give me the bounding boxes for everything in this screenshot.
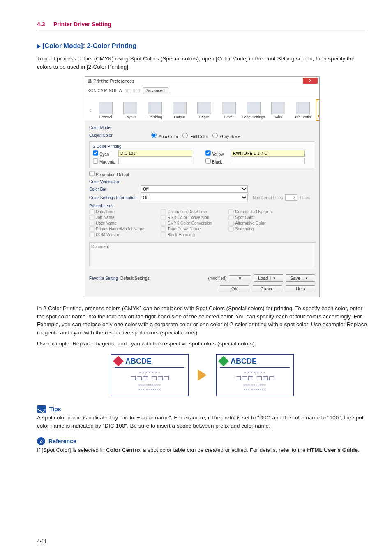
tab-tab-setting[interactable]: Tab Settin <box>291 101 315 121</box>
yellow-checkbox[interactable]: Yellow <box>205 150 228 157</box>
example-card-before: ABCDE × × × × × × × ××× ××××××× ××× ××××… <box>111 354 189 396</box>
diamond-icon <box>113 356 123 366</box>
tab-finishing[interactable]: Finishing <box>143 101 167 121</box>
tab-layout-icon <box>123 102 137 114</box>
pi-printer-model[interactable]: Printer Name/Model Name <box>89 226 144 232</box>
tips-icon <box>37 405 46 413</box>
section-header: 4.3 Printer Driver Setting <box>37 21 367 28</box>
favorite-modified: (modified) <box>208 276 226 281</box>
tab-output[interactable]: Output <box>168 101 191 121</box>
output-color-auto[interactable]: Auto Color <box>149 131 178 139</box>
output-color-label: Output Color <box>89 133 147 138</box>
pi-tone-curve[interactable]: Tone Curve Name <box>161 226 212 232</box>
black-input[interactable] <box>231 158 305 164</box>
csi-num-label: Number of Lines <box>253 196 283 200</box>
pi-black-handling[interactable]: Black Handling <box>161 232 212 237</box>
pi-screening[interactable]: Screening <box>228 226 273 232</box>
tabs-scroll-left[interactable]: ‹ <box>88 107 93 113</box>
advanced-tab[interactable]: Advanced <box>143 87 168 94</box>
help-button[interactable]: Help <box>286 285 315 292</box>
magenta-checkbox[interactable]: Magenta <box>93 158 116 164</box>
tab-general[interactable]: General <box>94 101 118 121</box>
load-button[interactable]: Load▼ <box>254 274 283 282</box>
color-mode-panel: Color Mode Output Color Auto Color Full … <box>85 121 319 271</box>
save-button[interactable]: Save▼ <box>286 274 315 282</box>
color-bar-select[interactable]: Off <box>141 185 248 193</box>
pi-alt-color[interactable]: Alternative Color <box>228 221 273 226</box>
cyan-input[interactable] <box>118 150 192 157</box>
diamond-icon <box>218 356 228 366</box>
magenta-input[interactable] <box>118 158 192 164</box>
dialog-screenshot: 🖶 Printing Preferences X KONICA MINOLTA … <box>37 76 367 297</box>
favorite-label: Favorite Setting <box>89 276 118 281</box>
use-example-paragraph: Use example: Replace magenta and cyan wi… <box>37 340 367 348</box>
tab-tabs-icon <box>271 102 285 114</box>
csi-label: Color Settings Information <box>89 196 138 200</box>
tips-label: Tips <box>49 406 61 412</box>
comment-textarea[interactable] <box>89 242 315 267</box>
reference-text: If [Spot Color] is selected in Color Cen… <box>37 446 367 454</box>
tab-cover[interactable]: Cover <box>217 101 241 121</box>
tips-text: A spot color name is indicated by "prefi… <box>37 414 367 430</box>
card-title: ABCDE <box>231 357 257 366</box>
close-button[interactable]: X <box>303 78 318 84</box>
output-color-full[interactable]: Full Color <box>180 131 208 139</box>
topic-arrow-icon <box>37 44 41 49</box>
two-color-group-label: 2-Color Printing <box>93 144 311 149</box>
cyan-checkbox[interactable]: Cyan <box>93 150 116 157</box>
tab-tabs[interactable]: Tabs <box>266 101 290 121</box>
dialog-footer: OK Cancel Help <box>85 285 319 297</box>
color-mode-label: Color Mode <box>89 125 315 130</box>
printing-preferences-dialog: 🖶 Printing Preferences X KONICA MINOLTA … <box>85 76 320 297</box>
dialog-titlebar: 🖶 Printing Preferences X <box>85 77 319 85</box>
color-bar-label: Color Bar <box>89 187 138 191</box>
pi-job-name[interactable]: Job Name <box>89 215 144 220</box>
pi-composite-overprint[interactable]: Composite Overprint <box>228 209 273 214</box>
tab-page-settings[interactable]: Page Settings <box>242 101 265 121</box>
pi-rom-version[interactable]: ROM Version <box>89 232 144 237</box>
tab-paper[interactable]: Paper <box>192 101 216 121</box>
page-number: 4-11 <box>37 539 47 544</box>
two-color-printing-group: 2-Color Printing Cyan Yellow Magenta Bla… <box>89 141 315 168</box>
favorite-dropdown[interactable]: ▼ <box>229 275 251 281</box>
tab-strip: ‹ General Layout Finishing Output Paper … <box>85 96 319 121</box>
printed-items-columns: Date/Time Job Name User Name Printer Nam… <box>89 209 315 237</box>
tab-tab-setting-icon <box>296 102 310 114</box>
output-color-gray[interactable]: Gray Scale <box>210 131 240 139</box>
tab-output-icon <box>173 102 187 114</box>
card-title: ABCDE <box>125 357 152 366</box>
pi-rgb-conv[interactable]: RGB Color Conversion <box>161 215 212 220</box>
brand-label: KONICA MINOLTA <box>88 88 122 93</box>
tab-layout[interactable]: Layout <box>118 101 142 121</box>
reference-heading: ⌕ Reference <box>37 437 367 445</box>
paragraph-after-screenshot: In 2-Color Printing, process colors (CMY… <box>37 304 367 336</box>
pi-cmyk-conv[interactable]: CMYK Color Conversion <box>161 221 212 226</box>
intro-paragraph: To print process colors (CMYK) using Spo… <box>37 55 367 71</box>
pi-calib-date[interactable]: Calibration Date/Time <box>161 209 212 214</box>
favorite-setting-row: Favorite Setting Default Settings (modif… <box>85 271 319 285</box>
reference-label: Reference <box>48 438 76 444</box>
tab-page-settings-icon <box>247 102 261 114</box>
csi-select[interactable]: Off <box>141 194 248 201</box>
separation-output-checkbox[interactable]: Separation Output <box>89 171 129 177</box>
yellow-input[interactable] <box>231 150 305 157</box>
tab-color-mode[interactable]: Color Mode <box>316 99 319 121</box>
example-card-after: ABCDE × × × × × × × ××× ××××××× ××× ××××… <box>216 354 294 396</box>
pi-user-name[interactable]: User Name <box>89 221 144 226</box>
tab-finishing-icon <box>148 102 162 114</box>
output-color-row: Output Color Auto Color Full Color Gray … <box>89 131 315 139</box>
brand-row: KONICA MINOLTA ▯▯▯ ▯▯▯ Advanced <box>85 85 319 96</box>
pi-spot-color[interactable]: Spot Color <box>228 215 273 220</box>
section-title: Printer Driver Setting <box>53 21 111 28</box>
section-number: 4.3 <box>37 21 45 28</box>
tab-cover-icon <box>222 102 236 114</box>
csi-num-input <box>285 194 297 201</box>
ok-button[interactable]: OK <box>220 285 249 292</box>
color-verification-label: Color Verification <box>89 180 315 184</box>
black-checkbox[interactable]: Black <box>205 158 228 164</box>
header-divider <box>37 30 367 30</box>
favorite-value: Default Settings <box>120 276 150 281</box>
pi-date-time[interactable]: Date/Time <box>89 209 144 214</box>
printed-items-label: Printed Items <box>89 204 315 208</box>
cancel-button[interactable]: Cancel <box>253 285 282 292</box>
